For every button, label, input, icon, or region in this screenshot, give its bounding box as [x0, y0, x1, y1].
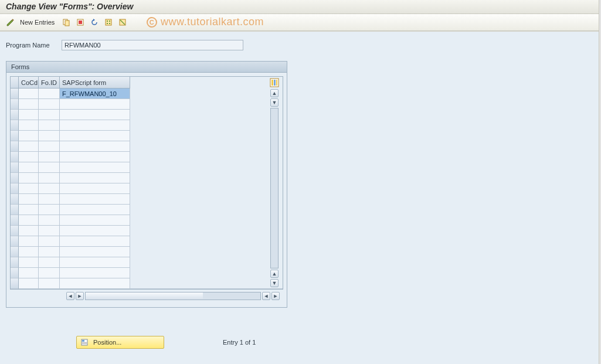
cell-sapscript-form[interactable] — [60, 278, 130, 289]
change-display-icon[interactable] — [5, 16, 16, 28]
row-selector[interactable] — [11, 257, 19, 268]
select-all-icon[interactable] — [103, 16, 114, 28]
cell-sapscript-form[interactable] — [60, 99, 130, 110]
cell-sapscript-form[interactable] — [60, 247, 130, 257]
cell-foid[interactable] — [39, 236, 60, 247]
hscroll-left-icon[interactable]: ◄ — [66, 292, 74, 300]
table-row[interactable] — [11, 131, 130, 141]
cell-cocd[interactable] — [19, 226, 39, 236]
cell-foid[interactable] — [39, 215, 60, 226]
cell-cocd[interactable] — [19, 120, 39, 131]
configure-columns-icon[interactable] — [269, 77, 280, 88]
cell-foid[interactable] — [39, 268, 60, 278]
row-selector[interactable] — [11, 120, 19, 131]
cell-foid[interactable] — [39, 226, 60, 236]
cell-foid[interactable] — [39, 247, 60, 257]
cell-foid[interactable] — [39, 131, 60, 141]
table-row[interactable] — [11, 257, 130, 268]
cell-sapscript-form[interactable] — [60, 268, 130, 278]
cell-cocd[interactable] — [19, 278, 39, 289]
cell-cocd[interactable] — [19, 194, 39, 205]
cell-foid[interactable] — [39, 257, 60, 268]
row-selector[interactable] — [11, 131, 19, 141]
row-selector[interactable] — [11, 268, 19, 278]
table-row[interactable]: F_RFWMAN00_10 — [11, 89, 130, 99]
cell-sapscript-form[interactable] — [60, 131, 130, 141]
cell-foid[interactable] — [39, 141, 60, 152]
row-selector[interactable] — [11, 110, 19, 120]
row-selector[interactable] — [11, 141, 19, 152]
scroll-down2-icon[interactable]: ▲ — [270, 270, 279, 278]
scroll-down-icon[interactable]: ▼ — [270, 279, 279, 287]
col-header-foid[interactable]: Fo.ID — [39, 77, 60, 89]
table-row[interactable] — [11, 152, 130, 162]
row-selector[interactable] — [11, 162, 19, 173]
row-selector[interactable] — [11, 247, 19, 257]
row-selector[interactable] — [11, 183, 19, 194]
cell-foid[interactable] — [39, 183, 60, 194]
cell-cocd[interactable] — [19, 257, 39, 268]
col-header-selector[interactable] — [11, 77, 19, 89]
table-row[interactable] — [11, 110, 130, 120]
cell-cocd[interactable] — [19, 110, 39, 120]
cell-foid[interactable] — [39, 120, 60, 131]
row-selector[interactable] — [11, 152, 19, 162]
row-selector[interactable] — [11, 194, 19, 205]
cell-sapscript-form[interactable] — [60, 110, 130, 120]
cell-sapscript-form[interactable] — [60, 183, 130, 194]
cell-cocd[interactable] — [19, 89, 39, 99]
col-header-form[interactable]: SAPScript form — [60, 77, 130, 89]
cell-sapscript-form[interactable] — [60, 152, 130, 162]
cell-foid[interactable] — [39, 152, 60, 162]
horizontal-scrollbar[interactable]: ◄ ► ◄ ► — [10, 290, 283, 304]
hscroll-right2-icon[interactable]: ◄ — [262, 292, 270, 300]
cell-sapscript-form[interactable] — [60, 205, 130, 215]
scroll-up2-icon[interactable]: ▼ — [270, 98, 279, 107]
table-row[interactable] — [11, 162, 130, 173]
scroll-up-icon[interactable]: ▲ — [270, 89, 279, 97]
table-row[interactable] — [11, 205, 130, 215]
table-row[interactable] — [11, 226, 130, 236]
table-row[interactable] — [11, 99, 130, 110]
row-selector[interactable] — [11, 278, 19, 289]
cell-cocd[interactable] — [19, 236, 39, 247]
vertical-scrollbar[interactable]: ▲ ▼ ▲ ▼ — [270, 89, 279, 287]
cell-cocd[interactable] — [19, 152, 39, 162]
scroll-track[interactable] — [270, 108, 279, 268]
cell-cocd[interactable] — [19, 131, 39, 141]
row-selector[interactable] — [11, 205, 19, 215]
table-row[interactable] — [11, 278, 130, 289]
hscroll-left2-icon[interactable]: ► — [76, 292, 84, 300]
cell-foid[interactable] — [39, 162, 60, 173]
copy-as-icon[interactable] — [60, 16, 72, 28]
table-row[interactable] — [11, 236, 130, 247]
table-row[interactable] — [11, 194, 130, 205]
cell-cocd[interactable] — [19, 215, 39, 226]
program-name-input[interactable] — [62, 40, 243, 50]
cell-foid[interactable] — [39, 278, 60, 289]
cell-foid[interactable] — [39, 110, 60, 120]
table-row[interactable] — [11, 247, 130, 257]
row-selector[interactable] — [11, 173, 19, 183]
cell-sapscript-form[interactable] — [60, 173, 130, 183]
deselect-all-icon[interactable] — [117, 16, 128, 28]
col-header-cocd[interactable]: CoCd — [19, 77, 39, 89]
cell-foid[interactable] — [39, 205, 60, 215]
cell-sapscript-form[interactable] — [60, 215, 130, 226]
undo-icon[interactable] — [89, 16, 100, 28]
row-selector[interactable] — [11, 89, 19, 99]
row-selector[interactable] — [11, 236, 19, 247]
cell-sapscript-form[interactable] — [60, 194, 130, 205]
hscroll-track[interactable] — [85, 292, 261, 300]
cell-cocd[interactable] — [19, 173, 39, 183]
cell-cocd[interactable] — [19, 205, 39, 215]
row-selector[interactable] — [11, 226, 19, 236]
cell-foid[interactable] — [39, 99, 60, 110]
cell-cocd[interactable] — [19, 99, 39, 110]
cell-sapscript-form[interactable] — [60, 162, 130, 173]
table-row[interactable] — [11, 215, 130, 226]
table-row[interactable] — [11, 173, 130, 183]
new-entries-button[interactable]: New Entries — [19, 16, 58, 28]
table-row[interactable] — [11, 120, 130, 131]
cell-sapscript-form[interactable] — [60, 236, 130, 247]
